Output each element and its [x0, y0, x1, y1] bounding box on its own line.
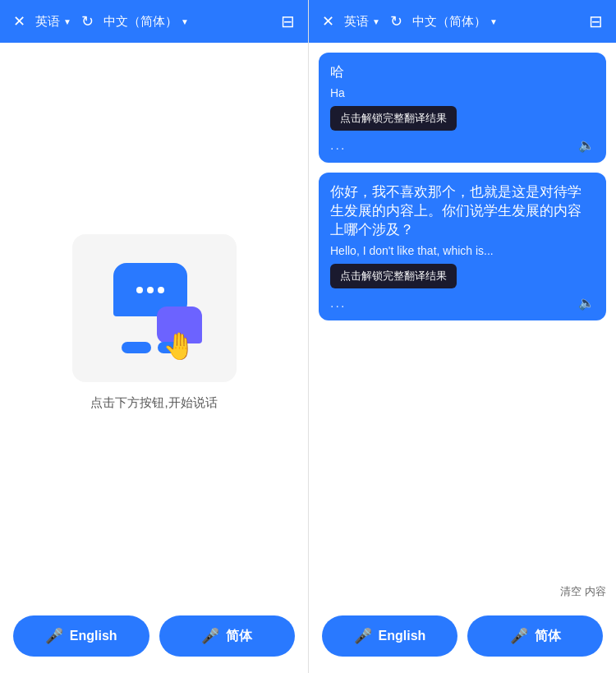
msg2-original: 你好，我不喜欢那个，也就是这是对待学生发展的内容上。你们说学生发展的内容上哪个涉…	[330, 182, 595, 239]
right-lang-from[interactable]: 英语 ▼	[344, 14, 380, 30]
msg1-translated: Ha	[330, 86, 595, 99]
right-chinese-button[interactable]: 🎤 简体	[467, 615, 603, 657]
hand-icon: 🤚	[163, 330, 195, 362]
dot-1	[136, 287, 143, 293]
right-lang-from-arrow: ▼	[372, 17, 380, 26]
msg1-volume-icon[interactable]: 🔈	[578, 137, 595, 153]
msg2-dots: ...	[330, 296, 346, 311]
right-header: ✕ 英语 ▼ ↻ 中文（简体） ▼ ⊟	[309, 0, 616, 43]
left-lang-from-arrow: ▼	[63, 17, 71, 26]
right-panel: ✕ 英语 ▼ ↻ 中文（简体） ▼ ⊟ 哈 Ha 点击解锁完整翻译结果 ... …	[308, 0, 616, 673]
left-panel: ✕ 英语 ▼ ↻ 中文（简体） ▼ ⊟	[0, 0, 308, 673]
blue-bar-1	[122, 342, 151, 353]
right-lang-to-arrow: ▼	[490, 17, 498, 26]
dot-3	[158, 287, 164, 293]
empty-state: 🤚 点击下方按钮,开始说话	[0, 43, 308, 602]
right-lang-to[interactable]: 中文（简体） ▼	[412, 14, 498, 30]
msg2-translated: Hello, I don't like that, which is...	[330, 244, 595, 257]
left-menu-icon[interactable]: ⊟	[281, 12, 295, 31]
left-lang-to[interactable]: 中文（简体） ▼	[103, 14, 189, 30]
left-lang-from[interactable]: 英语 ▼	[35, 14, 71, 30]
left-footer: 🎤 English 🎤 简体	[0, 602, 308, 673]
left-chinese-label: 简体	[226, 628, 252, 645]
right-swap-button[interactable]: ↻	[390, 12, 402, 30]
right-mic-icon-2: 🎤	[510, 627, 528, 645]
right-footer: 🎤 English 🎤 简体	[309, 602, 616, 673]
illustration-inner: 🤚	[105, 255, 204, 362]
instruction-text: 点击下方按钮,开始说话	[90, 395, 217, 411]
msg1-unlock-button[interactable]: 点击解锁完整翻译结果	[330, 106, 457, 131]
left-close-button[interactable]: ✕	[13, 12, 25, 30]
right-lang-to-label: 中文（简体）	[412, 14, 486, 30]
left-mic-icon-2: 🎤	[201, 627, 219, 645]
msg2-footer: ... 🔈	[330, 295, 595, 311]
right-english-button[interactable]: 🎤 English	[322, 615, 457, 657]
left-mic-icon: 🎤	[45, 627, 63, 645]
dot-2	[147, 287, 154, 293]
left-english-label: English	[70, 629, 117, 643]
right-english-label: English	[379, 629, 426, 643]
illustration: 🤚	[72, 234, 237, 382]
left-swap-button[interactable]: ↻	[81, 12, 94, 30]
left-lang-to-arrow: ▼	[181, 17, 189, 26]
left-chinese-button[interactable]: 🎤 简体	[159, 615, 296, 657]
left-header: ✕ 英语 ▼ ↻ 中文（简体） ▼ ⊟	[0, 0, 308, 43]
msg1-footer: ... 🔈	[330, 137, 595, 153]
msg1-original: 哈	[330, 62, 595, 81]
chat-messages: 哈 Ha 点击解锁完整翻译结果 ... 🔈 你好，我不喜欢那个，也就是这是对待学…	[309, 43, 616, 581]
clear-button[interactable]: 清空 内容	[309, 581, 616, 602]
msg1-dots: ...	[330, 138, 346, 153]
right-mic-icon: 🎤	[354, 627, 372, 645]
msg2-volume-icon[interactable]: 🔈	[578, 295, 595, 311]
left-content: 🤚 点击下方按钮,开始说话	[0, 43, 308, 602]
right-close-button[interactable]: ✕	[322, 12, 334, 30]
message-1: 哈 Ha 点击解锁完整翻译结果 ... 🔈	[319, 53, 606, 163]
right-menu-icon[interactable]: ⊟	[589, 12, 603, 31]
left-lang-from-label: 英语	[35, 14, 60, 30]
message-2: 你好，我不喜欢那个，也就是这是对待学生发展的内容上。你们说学生发展的内容上哪个涉…	[319, 173, 606, 320]
right-chinese-label: 简体	[535, 628, 561, 645]
left-lang-to-label: 中文（简体）	[103, 14, 177, 30]
msg2-unlock-button[interactable]: 点击解锁完整翻译结果	[330, 264, 457, 288]
right-lang-from-label: 英语	[344, 14, 369, 30]
left-english-button[interactable]: 🎤 English	[13, 615, 149, 657]
